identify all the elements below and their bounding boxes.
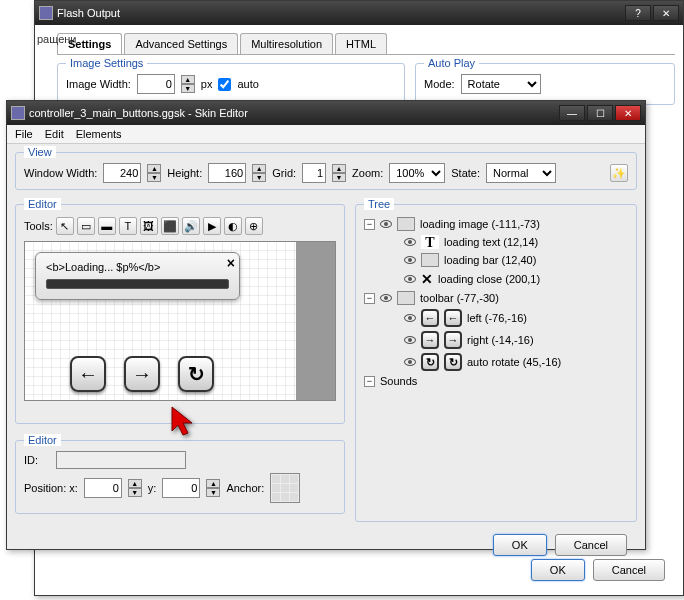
pos-x-input[interactable] (84, 478, 122, 498)
zoom-select[interactable]: 100% (389, 163, 445, 183)
minimize-button[interactable]: — (559, 105, 585, 121)
left-arrow-icon: ← (444, 309, 462, 327)
pos-y-input[interactable] (162, 478, 200, 498)
tab-html[interactable]: HTML (335, 33, 387, 54)
tree-node-sounds[interactable]: − Sounds (364, 373, 628, 389)
eye-icon[interactable] (404, 256, 416, 264)
eye-icon[interactable] (404, 238, 416, 246)
app-icon (39, 6, 53, 20)
y-label: y: (148, 482, 157, 494)
width-spinner[interactable]: ▲▼ (181, 75, 195, 93)
sound-tool-icon[interactable]: 🔊 (182, 217, 200, 235)
auto-checkbox[interactable] (218, 78, 231, 91)
image-width-label: Image Width: (66, 78, 131, 90)
skin-editor-window: controller_3_main_buttons.ggsk - Skin Ed… (6, 100, 646, 550)
grid-input[interactable] (302, 163, 326, 183)
height-label: Height: (167, 167, 202, 179)
menubar: File Edit Elements (7, 125, 645, 144)
state-select[interactable]: Normal (486, 163, 556, 183)
id-label: ID: (24, 454, 50, 466)
ok-button[interactable]: OK (493, 534, 547, 556)
menu-file[interactable]: File (15, 128, 33, 140)
eye-icon[interactable] (380, 220, 392, 228)
close-button[interactable]: ✕ (653, 5, 679, 21)
tree-node-toolbar[interactable]: − toolbar (-77,-30) (364, 289, 628, 307)
cancel-button[interactable]: Cancel (593, 559, 665, 581)
container-tool-icon[interactable]: ▭ (77, 217, 95, 235)
help-button[interactable]: ? (625, 5, 651, 21)
tree-node-loading-text[interactable]: T loading text (12,14) (364, 233, 628, 251)
px-label: px (201, 78, 213, 90)
menu-edit[interactable]: Edit (45, 128, 64, 140)
id-input[interactable] (56, 451, 186, 469)
ww-spinner[interactable]: ▲▼ (147, 164, 161, 182)
expander-icon[interactable]: − (364, 293, 375, 304)
cancel-button[interactable]: Cancel (555, 534, 627, 556)
app-icon (11, 106, 25, 120)
tree-legend: Tree (364, 198, 394, 210)
image-width-input[interactable] (137, 74, 175, 94)
tree-node-loading-bar[interactable]: loading bar (12,40) (364, 251, 628, 269)
left-arrow-icon: ← (421, 309, 439, 327)
tree-node-right[interactable]: → → right (-14,-16) (364, 329, 628, 351)
anchor-picker[interactable] (270, 473, 300, 503)
hotspot-tool-icon[interactable]: ⬛ (161, 217, 179, 235)
zoom-label: Zoom: (352, 167, 383, 179)
h-spinner[interactable]: ▲▼ (252, 164, 266, 182)
y-spinner[interactable]: ▲▼ (206, 479, 220, 497)
titlebar[interactable]: controller_3_main_buttons.ggsk - Skin Ed… (7, 101, 645, 125)
tools-label: Tools: (24, 220, 53, 232)
view-legend: View (24, 146, 56, 158)
ok-button[interactable]: OK (531, 559, 585, 581)
tabs: Settings Advanced Settings Multiresoluti… (57, 33, 675, 55)
x-spinner[interactable]: ▲▼ (128, 479, 142, 497)
titlebar[interactable]: Flash Output ? ✕ (35, 1, 683, 25)
rotate-button[interactable]: ↻ (178, 356, 214, 392)
close-icon[interactable]: × (227, 255, 235, 271)
text-icon: T (421, 235, 439, 249)
canvas[interactable]: × <b>Loading... $p%</b> ← → ↻ (24, 241, 336, 401)
maximize-button[interactable]: ☐ (587, 105, 613, 121)
eye-icon[interactable] (380, 294, 392, 302)
image-tool-icon[interactable]: 🖼 (140, 217, 158, 235)
left-button[interactable]: ← (70, 356, 106, 392)
expander-icon[interactable]: − (364, 376, 375, 387)
expander-icon[interactable]: − (364, 219, 375, 230)
window-title: Flash Output (57, 7, 621, 19)
container-icon (397, 217, 415, 231)
right-button[interactable]: → (124, 356, 160, 392)
eye-icon[interactable] (404, 336, 416, 344)
eye-icon[interactable] (404, 314, 416, 322)
rect-tool-icon[interactable]: ▬ (98, 217, 116, 235)
tree-node-autorotate[interactable]: ↻ ↻ auto rotate (45,-16) (364, 351, 628, 373)
close-button[interactable]: ✕ (615, 105, 641, 121)
menu-elements[interactable]: Elements (76, 128, 122, 140)
misc-tool-icon[interactable]: ◐ (224, 217, 242, 235)
tree-node-loading-image[interactable]: − loading image (-111,-73) (364, 215, 628, 233)
eye-icon[interactable] (404, 275, 416, 283)
state-label: State: (451, 167, 480, 179)
window-width-input[interactable] (103, 163, 141, 183)
tree-node-left[interactable]: ← ← left (-76,-16) (364, 307, 628, 329)
loading-text: <b>Loading... $p%</b> (46, 261, 229, 273)
mode-select[interactable]: Rotate (461, 74, 541, 94)
text-tool-icon[interactable]: T (119, 217, 137, 235)
height-input[interactable] (208, 163, 246, 183)
loading-panel[interactable]: × <b>Loading... $p%</b> (35, 252, 240, 300)
tab-multiresolution[interactable]: Multiresolution (240, 33, 333, 54)
autoplay-legend: Auto Play (424, 57, 479, 69)
window-title: controller_3_main_buttons.ggsk - Skin Ed… (29, 107, 555, 119)
eye-icon[interactable] (404, 358, 416, 366)
pointer-tool-icon[interactable]: ↖ (56, 217, 74, 235)
grid-spinner[interactable]: ▲▼ (332, 164, 346, 182)
wand-icon[interactable]: ✨ (610, 164, 628, 182)
rotate-icon: ↻ (421, 353, 439, 371)
target-tool-icon[interactable]: ⊕ (245, 217, 263, 235)
video-tool-icon[interactable]: ▶ (203, 217, 221, 235)
cut-text: ращени (37, 33, 77, 45)
window-width-label: Window Width: (24, 167, 97, 179)
tree-node-loading-close[interactable]: ✕ loading close (200,1) (364, 269, 628, 289)
right-arrow-icon: → (444, 331, 462, 349)
anchor-label: Anchor: (226, 482, 264, 494)
tab-advanced[interactable]: Advanced Settings (124, 33, 238, 54)
